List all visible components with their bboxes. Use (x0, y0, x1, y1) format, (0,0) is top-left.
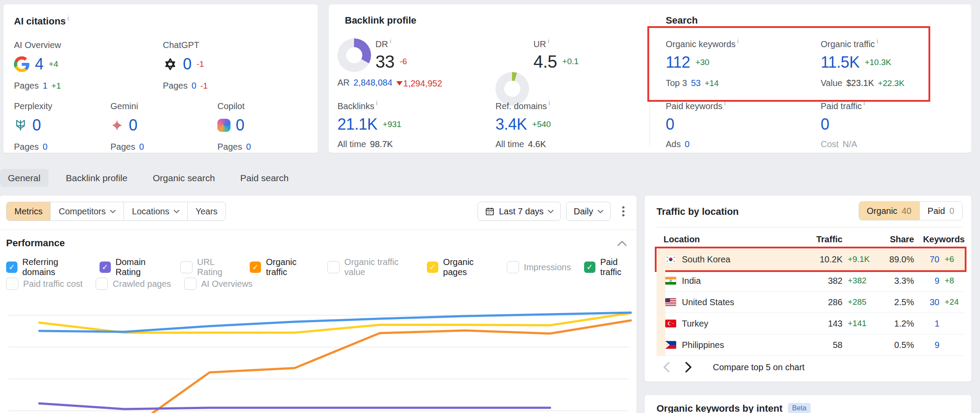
perplexity-value[interactable]: 0 (32, 117, 41, 133)
chatgpt-value[interactable]: 0 (183, 56, 192, 72)
location-name[interactable]: Philippines (682, 340, 802, 350)
top3-value[interactable]: 53 (691, 78, 701, 88)
column-traffic[interactable]: Traffic (802, 234, 842, 244)
keywords-value[interactable]: 1 (914, 319, 939, 329)
pages-value[interactable]: 0 (246, 142, 251, 152)
pages-label: Pages (217, 142, 242, 152)
copilot-value[interactable]: 0 (236, 117, 244, 133)
location-name[interactable]: United States (682, 297, 802, 307)
info-icon[interactable] (68, 15, 69, 22)
tab-organic-search[interactable]: Organic search (145, 169, 223, 187)
paid-traffic-value[interactable]: 0 (821, 117, 829, 132)
info-icon[interactable] (390, 38, 391, 45)
info-icon[interactable] (863, 100, 865, 107)
performance-line-chart (0, 296, 636, 413)
checkbox-domain-rating[interactable]: Domain Rating (100, 257, 167, 277)
table-row-philippines[interactable]: Philippines 58 0.5% 9 (657, 334, 965, 356)
checkbox-referring-domains[interactable]: Referring domains (6, 257, 86, 277)
collapse-chevron-icon[interactable] (616, 237, 629, 249)
tab-paid-search[interactable]: Paid search (232, 169, 296, 187)
checkbox-organic-traffic[interactable]: Organic traffic (250, 257, 314, 277)
value-amount: $23.1K (846, 78, 874, 88)
series-organic-pages (39, 313, 631, 333)
checkbox-crawled-pages[interactable]: Crawled pages (96, 278, 171, 290)
ai-overview-delta: +4 (49, 59, 58, 69)
pages-value[interactable]: 0 (192, 81, 196, 91)
share-value: 89.0% (874, 255, 914, 265)
gemini-value[interactable]: 0 (129, 117, 138, 133)
paid-keywords-value[interactable]: 0 (666, 117, 674, 132)
toggle-paid[interactable]: Paid 0 (919, 202, 962, 220)
segment-years[interactable]: Years (187, 202, 225, 220)
traffic-by-location-title: Traffic by location (657, 206, 739, 217)
traffic-delta: +382 (842, 276, 874, 286)
ai-overview-value[interactable]: 4 (35, 56, 44, 72)
segment-locations[interactable]: Locations (124, 202, 187, 220)
location-name[interactable]: India (682, 276, 802, 286)
keywords-value[interactable]: 9 (914, 276, 939, 286)
traffic-value: 143 (802, 319, 842, 329)
toggle-organic[interactable]: Organic 40 (859, 202, 919, 220)
pages-value[interactable]: 0 (43, 142, 48, 152)
performance-panel: Metrics Competitors Locations Years Last… (0, 196, 636, 413)
column-share[interactable]: Share (874, 234, 914, 244)
ar-value[interactable]: 2,848,084 (354, 78, 392, 88)
checkbox-organic-pages[interactable]: Organic pages (427, 257, 494, 277)
ads-value[interactable]: 0 (684, 139, 689, 149)
column-keywords[interactable]: Keywords (914, 234, 965, 244)
column-location[interactable]: Location (664, 234, 802, 244)
info-icon[interactable] (877, 38, 878, 45)
keywords-value[interactable]: 9 (914, 340, 939, 350)
info-icon[interactable] (724, 100, 726, 107)
backlinks-value[interactable]: 21.1K (337, 117, 378, 132)
info-icon[interactable] (376, 100, 377, 107)
date-range-button[interactable]: Last 7 days (478, 202, 561, 221)
report-tabs: General Backlink profile Organic search … (0, 169, 296, 187)
table-row-india[interactable]: India 382 +382 3.3% 9 +8 (657, 270, 965, 292)
keywords-value[interactable]: 70 (914, 255, 939, 265)
checkbox-paid-traffic-cost[interactable]: Paid traffic cost (6, 278, 83, 290)
row-accent-strip (657, 270, 665, 291)
pages-delta: -1 (200, 81, 208, 91)
search-title: Search (666, 15, 698, 26)
compare-top5-link[interactable]: Compare top 5 on chart (713, 362, 805, 372)
traffic-delta: +141 (842, 319, 874, 328)
dr-label: DR (375, 39, 388, 49)
next-page-chevron-icon[interactable] (685, 361, 692, 373)
filter-segmented-control: Metrics Competitors Locations Years (6, 202, 226, 221)
checkbox-paid-traffic[interactable]: Paid traffic (584, 257, 636, 277)
segment-metrics[interactable]: Metrics (7, 202, 50, 220)
ref-domains-value[interactable]: 3.4K (495, 117, 527, 132)
gemini-logo-icon (110, 119, 124, 132)
checkbox-icon (507, 261, 519, 273)
checkbox-icon (184, 278, 196, 290)
segment-competitors[interactable]: Competitors (50, 202, 124, 220)
organic-keywords-value[interactable]: 112 (666, 55, 690, 70)
keywords-value[interactable]: 30 (914, 297, 939, 307)
checkbox-ai-overviews[interactable]: AI Overviews (184, 278, 253, 290)
info-icon[interactable] (737, 38, 739, 45)
checkbox-icon (327, 261, 340, 273)
checkbox-organic-traffic-value[interactable]: Organic traffic value (327, 257, 414, 277)
tab-general[interactable]: General (0, 169, 48, 187)
table-row-united-states[interactable]: United States 286 +285 2.5% 30 +24 (657, 292, 965, 313)
checkbox-impressions[interactable]: Impressions (507, 261, 571, 273)
checkbox-url-rating[interactable]: URL Rating (180, 257, 237, 277)
location-name[interactable]: Turkey (682, 319, 802, 329)
triangle-down-icon (396, 81, 402, 86)
info-icon[interactable] (549, 100, 550, 107)
more-options-kebab-icon[interactable] (616, 202, 631, 220)
table-row-south-korea[interactable]: South Korea 10.2K +9.1K 89.0% 70 +6 (657, 249, 965, 270)
location-name[interactable]: South Korea (682, 255, 802, 265)
table-row-turkey[interactable]: Turkey 143 +141 1.2% 1 (657, 313, 965, 334)
traffic-by-location-panel: Traffic by location Organic 40 Paid 0 Lo… (645, 196, 971, 382)
share-value: 3.3% (874, 276, 914, 286)
granularity-button[interactable]: Daily (566, 202, 610, 221)
info-icon[interactable] (548, 38, 549, 45)
backlink-search-card: Backlink profile DR 33 -6 AR 2,848,084 1… (329, 4, 971, 153)
prev-page-chevron-icon[interactable] (663, 361, 670, 373)
organic-traffic-value[interactable]: 11.5K (821, 55, 860, 70)
tab-backlink-profile[interactable]: Backlink profile (58, 169, 135, 187)
pages-value[interactable]: 0 (139, 142, 144, 152)
pages-value[interactable]: 1 (43, 81, 48, 91)
